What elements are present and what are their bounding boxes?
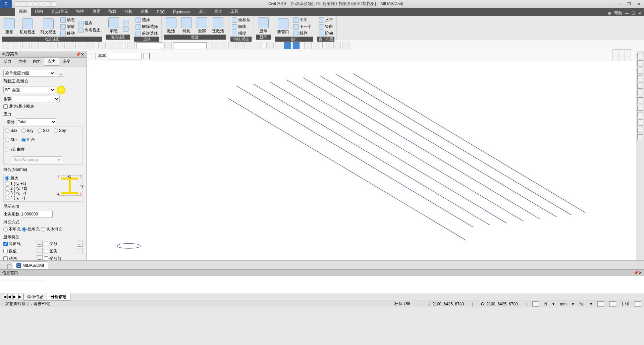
tab-structure[interactable]: 结构 bbox=[31, 7, 47, 16]
qat-save-icon[interactable] bbox=[27, 1, 32, 7]
close-win-button[interactable]: 关闭 bbox=[292, 17, 313, 23]
tab-results[interactable]: 结果 bbox=[137, 7, 153, 16]
move-button[interactable]: 移动 bbox=[59, 30, 76, 37]
arrange-button[interactable]: 排列 bbox=[292, 30, 313, 37]
chk-deform-btn[interactable]: ... bbox=[77, 241, 83, 247]
axis-button[interactable]: 轴线 bbox=[230, 23, 252, 30]
inverse-button[interactable]: 逆激活 bbox=[210, 17, 226, 35]
rtool-icon[interactable] bbox=[637, 90, 643, 96]
toolbar-icon[interactable] bbox=[127, 42, 135, 49]
tab-reaction[interactable]: 反力 bbox=[0, 58, 15, 66]
scroll-left-icon[interactable] bbox=[7, 264, 11, 269]
scale-input[interactable] bbox=[21, 211, 53, 217]
tab-pushover[interactable]: Pushover bbox=[169, 8, 194, 16]
prev-select-button[interactable]: 前次选择 bbox=[134, 30, 159, 37]
rtool-icon[interactable] bbox=[637, 112, 643, 118]
tab-displacement[interactable]: 位移 bbox=[15, 58, 30, 66]
radio-sbz[interactable] bbox=[5, 138, 9, 142]
toolbar-icon[interactable] bbox=[78, 42, 85, 49]
toolbar-icon[interactable] bbox=[325, 42, 332, 49]
all-button[interactable]: 全部 bbox=[195, 17, 209, 35]
redo-arrow-icon[interactable] bbox=[11, 42, 18, 49]
radio-max[interactable] bbox=[5, 176, 9, 181]
inner-restore-icon[interactable]: ❐ bbox=[632, 11, 635, 16]
radio-combine[interactable] bbox=[21, 138, 26, 142]
rtool-icon[interactable] bbox=[637, 75, 643, 81]
tab-stress[interactable]: 应力 bbox=[44, 58, 59, 66]
doc-tab[interactable]: C MIDAS/Civil bbox=[12, 261, 48, 269]
chk-undeformed[interactable] bbox=[44, 256, 48, 261]
tab-analysis[interactable]: 分析 bbox=[120, 7, 137, 16]
loadcase-select[interactable]: ST: 自重 bbox=[3, 87, 55, 93]
toolbar-icon[interactable] bbox=[31, 42, 39, 49]
chk-contour-btn[interactable]: ... bbox=[37, 241, 43, 247]
msg-tab-analysis[interactable]: 分析信息 bbox=[47, 293, 70, 301]
msg-pin-icon[interactable]: 📌 bbox=[634, 270, 639, 275]
inner-close-icon[interactable]: ✕ bbox=[638, 11, 641, 16]
tab-load[interactable]: 荷载 bbox=[104, 7, 120, 16]
activate-button[interactable]: 激活 bbox=[164, 17, 178, 35]
tab-internal-force[interactable]: 内力 bbox=[30, 58, 44, 66]
panel-close-icon[interactable]: ✕ bbox=[81, 52, 84, 57]
undo-arrow-icon[interactable] bbox=[2, 42, 9, 49]
chk-anim-btn[interactable]: ... bbox=[37, 255, 43, 260]
snap-button[interactable]: 捕捉 bbox=[230, 30, 252, 37]
tab-node-element[interactable]: 节点/单元 bbox=[47, 7, 72, 16]
msg-close-icon[interactable]: ✕ bbox=[639, 270, 642, 275]
viewpoint-button[interactable]: 视点 bbox=[77, 20, 102, 27]
new-window-button[interactable]: 新窗口 bbox=[275, 18, 291, 36]
toolbar-icon[interactable] bbox=[98, 42, 106, 49]
radio-c1[interactable] bbox=[5, 182, 9, 186]
vert-button[interactable]: 竖向 bbox=[317, 23, 334, 30]
msg-scroll-last-icon[interactable]: ▶| bbox=[18, 294, 23, 299]
msg-body[interactable]: -------------------------------- bbox=[0, 276, 644, 293]
tab-strain[interactable]: 应变 bbox=[59, 58, 74, 66]
toolbar-icon[interactable] bbox=[87, 42, 94, 49]
gear-icon[interactable]: ⚙ bbox=[608, 11, 611, 16]
display-button[interactable]: 显示 bbox=[256, 17, 271, 35]
hide-button[interactable]: 消隐 bbox=[106, 17, 121, 35]
coord-button[interactable]: 坐标系 bbox=[230, 17, 252, 23]
radio-nofill[interactable] bbox=[3, 227, 8, 232]
nav-cube[interactable] bbox=[612, 49, 631, 63]
msg-scroll-prev-icon[interactable]: ◀ bbox=[7, 294, 13, 299]
radio-linefill[interactable] bbox=[22, 227, 26, 232]
tab-properties[interactable]: 特性 bbox=[72, 7, 88, 16]
rtool-icon[interactable] bbox=[637, 53, 643, 59]
minmax-checkbox[interactable] bbox=[3, 104, 8, 109]
qat-open-icon[interactable] bbox=[21, 1, 26, 7]
toolbar-icon[interactable] bbox=[40, 42, 47, 49]
chk-value[interactable] bbox=[3, 249, 8, 253]
maximize-icon[interactable]: ❐ bbox=[624, 1, 634, 7]
select-button[interactable]: 选择 bbox=[134, 17, 159, 23]
toolbar-icon[interactable] bbox=[266, 42, 274, 49]
select-combo2[interactable] bbox=[173, 42, 207, 49]
toolbar-icon[interactable] bbox=[275, 42, 282, 49]
toolbar-icon[interactable] bbox=[116, 42, 123, 49]
close-icon[interactable]: ✕ bbox=[634, 1, 644, 7]
diagram-more-button[interactable]: ... bbox=[57, 70, 64, 77]
chk-anim[interactable] bbox=[3, 256, 8, 261]
deselect-button[interactable]: 解除选择 bbox=[134, 23, 159, 30]
rtool-icon[interactable] bbox=[637, 119, 643, 126]
tab-tools[interactable]: 工具 bbox=[226, 7, 243, 16]
msg-scroll-next-icon[interactable]: ▶ bbox=[13, 294, 18, 299]
tab-boundary[interactable]: 边界 bbox=[88, 7, 104, 16]
toolbar-icon[interactable] bbox=[164, 42, 172, 49]
radio-sax[interactable] bbox=[5, 129, 9, 133]
inner-minimize-icon[interactable]: — bbox=[625, 11, 629, 16]
status-btn[interactable] bbox=[635, 301, 641, 307]
tab-view[interactable]: 视图 bbox=[15, 7, 31, 16]
chk-deform[interactable] bbox=[44, 242, 48, 246]
toolbar-icon[interactable] bbox=[66, 42, 73, 49]
toolbar-icon[interactable] bbox=[57, 42, 65, 49]
toolbar-icon[interactable] bbox=[22, 42, 30, 49]
toolbar-icon[interactable] bbox=[228, 42, 236, 49]
panel-body[interactable]: 梁单元应力图 ... 荷载工况/组合 ST: 自重 步骤 最大/最小图表 应力 … bbox=[0, 66, 86, 260]
toolbar-icon[interactable] bbox=[107, 42, 114, 49]
rtool-icon[interactable] bbox=[637, 68, 643, 74]
dynamic-button[interactable]: 动态 bbox=[59, 17, 76, 23]
loadcase-browse-button[interactable] bbox=[57, 86, 65, 94]
tab-query[interactable]: 查询 bbox=[210, 7, 226, 16]
radio-c4[interactable] bbox=[5, 196, 9, 200]
